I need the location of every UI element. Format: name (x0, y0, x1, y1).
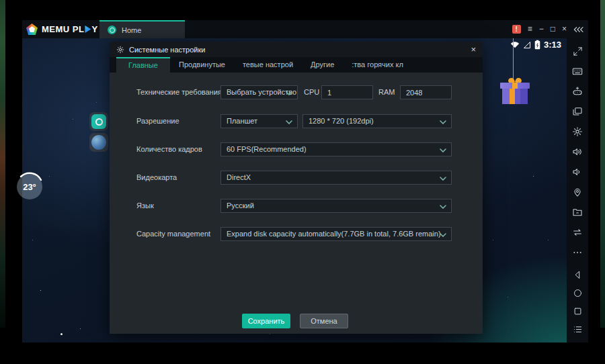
maximize-button[interactable]: □ (551, 20, 555, 38)
dialog-header: Системные настройки × (110, 42, 483, 57)
weather-widget[interactable]: 23° (16, 173, 43, 200)
capacity-select[interactable]: Expand disk capacity automatically(7.7GB… (220, 227, 452, 241)
gpu-label: Видеокарта (136, 171, 224, 185)
keyboard-button[interactable] (567, 61, 588, 81)
rotate-screen-button[interactable] (567, 222, 588, 242)
volume-up-icon (572, 146, 583, 157)
ram-input[interactable] (400, 85, 452, 99)
memu-pentagon-icon (26, 24, 38, 35)
more-dots-icon (572, 247, 583, 258)
recents-square-icon (573, 306, 583, 316)
location-button[interactable] (567, 182, 588, 202)
home-circle-icon (573, 288, 583, 298)
fps-label: Количество кадров (136, 142, 224, 156)
gift-box[interactable] (499, 77, 530, 104)
menu-list-icon (573, 324, 583, 334)
cpu-input[interactable] (321, 85, 373, 99)
dialog-title: Системные настройки (129, 46, 205, 54)
language-label: Язык (136, 199, 224, 213)
fullscreen-icon (573, 46, 583, 56)
home-tab-label: Home (122, 26, 141, 34)
cancel-button[interactable]: Отмена (300, 314, 348, 328)
browser-globe-icon (91, 135, 106, 150)
tab-network[interactable]: тевые настрой (234, 57, 302, 73)
memu-app-icon (91, 114, 106, 129)
more-button[interactable] (567, 242, 588, 263)
toolbar-sidebar (567, 38, 588, 343)
dialog-close-button[interactable]: × (471, 42, 476, 57)
fps-select[interactable]: 60 FPS(Recommended) (220, 142, 452, 156)
close-button[interactable]: × (562, 20, 567, 38)
memu-logo-text: MEMU PLY (42, 24, 98, 34)
location-pin-icon (572, 187, 583, 197)
home-tab-icon (108, 26, 116, 34)
keymapping-button[interactable] (567, 81, 588, 101)
back-triangle-icon (573, 270, 583, 280)
main-menu-button[interactable]: ≡ (528, 20, 532, 38)
gift-body (502, 89, 528, 104)
window-titlebar: MEMU PLY Home ! ≡ − □ × (22, 20, 588, 38)
nav-recents-button[interactable] (567, 302, 588, 320)
multi-window-button[interactable] (567, 101, 588, 122)
volume-down-icon (572, 167, 583, 177)
shared-folder-icon (572, 207, 583, 218)
resolution-type-select[interactable]: Планшет (220, 114, 298, 128)
notification-badge[interactable]: ! (512, 25, 521, 34)
gpu-select[interactable]: DirectX (220, 171, 452, 185)
gift-string (513, 38, 514, 79)
shared-folder-button[interactable] (567, 202, 588, 222)
chevron-down-icon (440, 205, 446, 209)
chevron-down-icon (440, 148, 446, 152)
desktop-edge-left (0, 0, 5, 328)
window-controls: ! ≡ − □ × (512, 20, 584, 38)
android-status-bar: 3:13 (510, 40, 561, 50)
device-select[interactable]: Выбрать устройство (220, 85, 298, 99)
dialog-gear-icon (116, 46, 124, 54)
tab-other[interactable]: Другие (302, 57, 343, 73)
battery-icon (534, 40, 540, 50)
settings-gear-icon (572, 126, 583, 137)
screen: MEMU PLY Home ! ≡ − □ × (0, 0, 605, 364)
android-nav-buttons (567, 266, 588, 343)
chevron-down-icon (440, 120, 446, 124)
weather-temp: 23° (23, 182, 36, 192)
nav-home-button[interactable] (567, 284, 588, 302)
dialog-tabs: Главные Продвинутые тевые настрой Другие… (110, 57, 483, 73)
fullscreen-button[interactable] (567, 41, 588, 61)
desktop-edge-right (600, 0, 605, 328)
keyboard-icon (572, 66, 583, 77)
ram-label: RAM (378, 85, 399, 99)
chevron-down-icon (440, 233, 446, 237)
device-label: Технические требования (136, 85, 224, 99)
logo-play-triangle-icon (85, 26, 91, 33)
chevron-down-icon (286, 91, 292, 95)
chevron-down-icon (440, 177, 446, 181)
collapse-sidebar-button[interactable] (573, 26, 584, 33)
cell-signal-icon (523, 41, 531, 49)
multi-window-icon (572, 106, 583, 117)
memu-logo: MEMU PLY (26, 20, 98, 38)
tab-advanced[interactable]: Продвинутые (170, 57, 234, 73)
save-button[interactable]: Сохранить (242, 314, 290, 328)
status-clock: 3:13 (544, 40, 561, 50)
minimize-button[interactable]: − (539, 20, 544, 38)
nav-back-button[interactable] (567, 266, 588, 284)
settings-button[interactable] (567, 122, 588, 142)
keymapping-icon (572, 86, 583, 97)
tab-main[interactable]: Главные (116, 57, 170, 73)
volume-down-button[interactable] (567, 162, 588, 182)
app-icon-browser[interactable] (89, 133, 108, 152)
volume-up-button[interactable] (567, 142, 588, 162)
tab-home[interactable]: Home (99, 20, 185, 38)
language-select[interactable]: Русский (220, 199, 452, 213)
app-icon-memu[interactable] (89, 112, 108, 131)
tab-hotkeys[interactable]: :тва горячих кл (343, 57, 412, 73)
system-settings-dialog: Системные настройки × Главные Продвинуты… (110, 42, 483, 334)
resolution-size-select[interactable]: 1280 * 720 (192dpi) (302, 114, 452, 128)
chevron-down-icon (286, 120, 292, 124)
nav-menu-button[interactable] (567, 320, 588, 338)
starfield (22, 38, 23, 39)
wifi-icon (510, 41, 520, 48)
gift-lid (500, 83, 530, 89)
rotate-icon (572, 227, 583, 238)
